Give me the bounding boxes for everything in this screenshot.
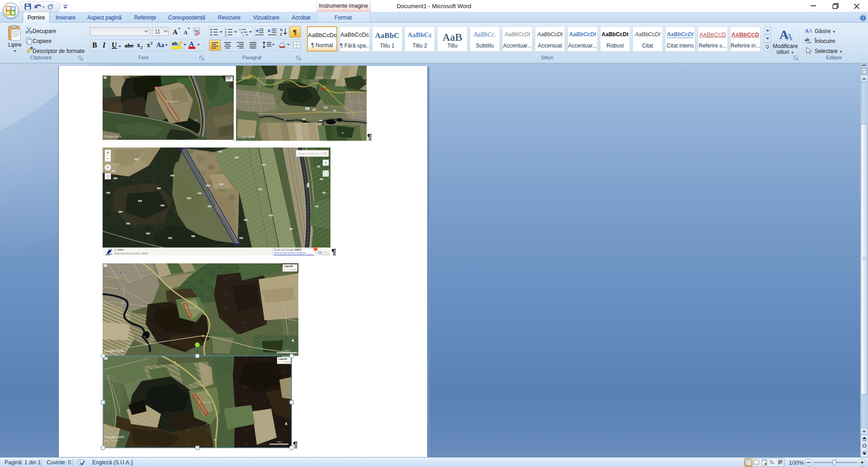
svg-text:Anul zborului ortofoto: 2024: Anul zborului ortofoto: 2024 <box>114 252 148 255</box>
svg-text:Aa: Aa <box>156 42 164 48</box>
svg-text:B: B <box>92 41 97 49</box>
svg-text:Lipire: Lipire <box>8 42 22 48</box>
svg-text:A: A <box>786 32 793 42</box>
svg-text:2: 2 <box>141 45 143 50</box>
svg-text:3: 3 <box>225 34 226 37</box>
svg-text:A: A <box>808 28 812 34</box>
svg-text:Căutare adresă sau loc: Căutare adresă sau loc <box>297 152 323 155</box>
svg-text:i: i <box>243 34 243 37</box>
svg-text:Aa: Aa <box>194 29 199 33</box>
svg-text:¶: ¶ <box>293 29 297 36</box>
svg-text:Extras din planul cadastral pe: Extras din planul cadastral pe ortofotop… <box>274 253 314 256</box>
svg-text:1: 2000: 1: 2000 <box>114 248 124 251</box>
svg-text:521.436849: 521.436849 <box>169 100 179 103</box>
svg-text:A: A <box>184 29 188 36</box>
svg-text:ac: ac <box>809 40 812 44</box>
svg-text:A: A <box>189 40 194 48</box>
svg-text:x: x <box>147 42 150 48</box>
svg-text:?: ? <box>862 16 864 21</box>
svg-text:Google Earth: Google Earth <box>104 135 122 138</box>
svg-text:Z: Z <box>280 32 283 37</box>
svg-text:A: A <box>280 28 283 32</box>
svg-text:abe: abe <box>125 42 134 49</box>
svg-text:2: 2 <box>225 31 226 34</box>
svg-text:ab: ab <box>172 41 178 46</box>
svg-text:x: x <box>137 42 140 48</box>
svg-text:C.F. 406043: C.F. 406043 <box>287 268 297 271</box>
svg-text:2: 2 <box>151 41 153 45</box>
svg-text:Google Earth: Google Earth <box>237 135 255 139</box>
svg-text:U: U <box>112 41 117 49</box>
svg-text:I: I <box>102 41 106 49</box>
svg-text:Legendă: Legendă <box>284 265 293 267</box>
svg-text:Powered by: Powered by <box>321 253 330 256</box>
svg-text:ANCPI: ANCPI <box>106 254 110 256</box>
svg-text:a: a <box>241 31 243 34</box>
svg-text:1: 1 <box>225 28 226 31</box>
svg-text:A: A <box>173 29 178 36</box>
